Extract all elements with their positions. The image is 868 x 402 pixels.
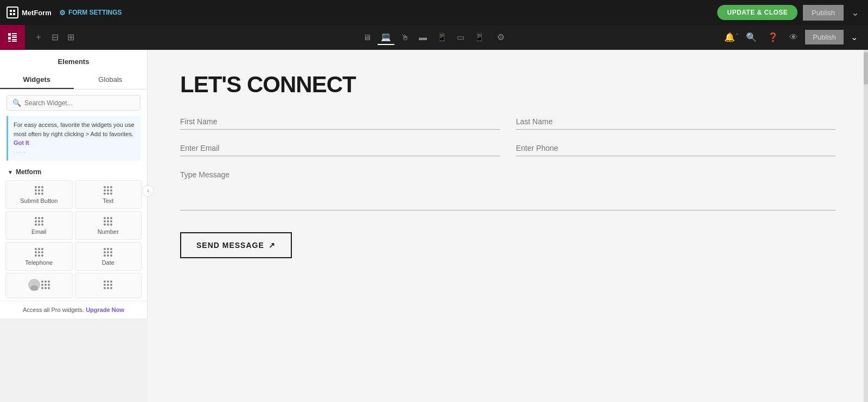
svg-rect-6 bbox=[12, 35, 17, 36]
add-section-icon[interactable]: ＋ bbox=[30, 29, 47, 46]
device-tablet-wide[interactable]: ▬ bbox=[416, 30, 430, 44]
got-it-link[interactable]: Got It bbox=[14, 139, 29, 146]
form-field-phone bbox=[516, 141, 835, 156]
sidebar-tabs: Widgets Globals bbox=[0, 71, 147, 90]
tip-text: For easy access, favorite the widgets yo… bbox=[14, 122, 135, 137]
form-settings-label: FORM SETTINGS bbox=[68, 9, 122, 16]
device-widescreen[interactable]: 🖥 bbox=[360, 30, 374, 44]
form-row-name bbox=[180, 114, 835, 130]
tab-globals[interactable]: Globals bbox=[74, 71, 148, 89]
footer-text: Access all Pro widgets. bbox=[23, 307, 84, 313]
second-bar-left-icons: ＋ ⊟ ⊞ bbox=[25, 29, 84, 46]
upgrade-now-link[interactable]: Upgrade Now bbox=[86, 307, 124, 313]
chevron-down-icon: ▼ bbox=[8, 169, 13, 175]
widget-number[interactable]: Number bbox=[75, 211, 142, 240]
widget-label-text: Text bbox=[103, 197, 113, 204]
device-desktop[interactable]: 💻 bbox=[378, 30, 394, 45]
widget-icon-submit bbox=[35, 186, 43, 195]
layers-icon[interactable]: ⊞ bbox=[63, 29, 78, 45]
metform-logo: MetForm bbox=[7, 7, 52, 18]
publish-button-2[interactable]: Publish bbox=[805, 30, 844, 44]
widget-label-date: Date bbox=[102, 259, 114, 266]
eye-icon[interactable]: 👁 bbox=[786, 30, 802, 45]
widget-extra1[interactable] bbox=[5, 273, 73, 298]
first-name-input[interactable] bbox=[180, 114, 500, 130]
widget-telephone[interactable]: Telephone bbox=[5, 242, 73, 271]
widget-icon-telephone bbox=[35, 248, 43, 257]
form-title: LET'S CONNECT bbox=[180, 72, 835, 98]
publish-button[interactable]: Publish bbox=[803, 5, 844, 21]
device-mobile[interactable]: 📱 bbox=[471, 30, 488, 44]
settings-icon[interactable]: ⚙ bbox=[493, 29, 508, 45]
top-bar-left: MetForm ⚙ FORM SETTINGS bbox=[7, 7, 122, 18]
tab-widgets[interactable]: Widgets bbox=[0, 71, 74, 89]
widget-icon-extra1 bbox=[28, 279, 50, 291]
widget-icon-extra1-dots bbox=[41, 280, 50, 289]
sidebar-title: Elements bbox=[0, 50, 147, 66]
elementor-logo-button[interactable] bbox=[0, 25, 25, 50]
form-section: SEND MESSAGE ↗ bbox=[180, 114, 835, 258]
device-toolbar: 🖥 💻 🖱 ▬ 📱 ▭ 📱 ⚙ bbox=[360, 29, 508, 45]
widget-icon-number bbox=[104, 217, 112, 226]
widget-icon-extra2 bbox=[104, 280, 112, 289]
form-field-last-name bbox=[516, 114, 835, 130]
help-icon[interactable]: ❓ bbox=[764, 29, 782, 45]
message-textarea[interactable] bbox=[180, 167, 835, 210]
device-tablet[interactable]: 📱 bbox=[433, 30, 450, 44]
svg-rect-2 bbox=[10, 13, 12, 15]
form-row-message bbox=[180, 167, 835, 210]
widget-submit-button[interactable]: Submit Button bbox=[5, 180, 73, 209]
widget-icon-date bbox=[104, 248, 112, 257]
metform-label: MetForm bbox=[22, 9, 52, 17]
section-title: Metform bbox=[16, 168, 41, 176]
sidebar-collapse-button[interactable]: ‹ bbox=[142, 185, 154, 197]
metform-logo-icon bbox=[7, 7, 18, 18]
gear-icon: ⚙ bbox=[59, 9, 66, 17]
canvas-area: LET'S CONNECT bbox=[148, 50, 868, 402]
send-label: SEND MESSAGE bbox=[196, 241, 264, 250]
notifications-icon[interactable]: 🔔• bbox=[720, 29, 739, 45]
svg-rect-4 bbox=[8, 33, 11, 36]
widget-email[interactable]: Email bbox=[5, 211, 73, 240]
arrow-icon: ↗ bbox=[269, 241, 276, 250]
scrollbar-thumb[interactable] bbox=[864, 52, 868, 85]
metform-section-label[interactable]: ▼ Metform bbox=[0, 164, 147, 178]
send-message-button[interactable]: SEND MESSAGE ↗ bbox=[180, 232, 292, 258]
widget-label-telephone: Telephone bbox=[25, 259, 53, 266]
last-name-input[interactable] bbox=[516, 114, 835, 130]
update-close-button[interactable]: UPDATE & CLOSE bbox=[717, 5, 797, 20]
expand-button[interactable]: ⌄ bbox=[849, 4, 861, 21]
form-field-first-name bbox=[180, 114, 500, 130]
widget-icon-text bbox=[104, 186, 112, 195]
widget-text[interactable]: Text bbox=[75, 180, 142, 209]
email-input[interactable] bbox=[180, 141, 500, 156]
scrollbar[interactable] bbox=[864, 50, 868, 402]
form-canvas: LET'S CONNECT bbox=[148, 50, 868, 402]
widget-label-email: Email bbox=[31, 228, 47, 235]
widget-extra2[interactable] bbox=[75, 273, 142, 298]
widget-grid: Submit Button Text Ema bbox=[0, 178, 147, 301]
search-icon[interactable]: 🔍 bbox=[742, 29, 761, 45]
device-mobile-wide[interactable]: ▭ bbox=[454, 30, 468, 44]
svg-rect-8 bbox=[12, 37, 17, 38]
widget-label-number: Number bbox=[98, 228, 119, 235]
top-bar: MetForm ⚙ FORM SETTINGS UPDATE & CLOSE P… bbox=[0, 0, 868, 25]
form-row-contact bbox=[180, 141, 835, 156]
search-box: 🔍 bbox=[7, 95, 141, 111]
svg-rect-5 bbox=[12, 33, 17, 34]
sidebar-wrapper: Elements Widgets Globals 🔍 For easy acce… bbox=[0, 50, 148, 402]
svg-rect-0 bbox=[10, 10, 12, 12]
widget-date[interactable]: Date bbox=[75, 242, 142, 271]
form-settings-button[interactable]: ⚙ FORM SETTINGS bbox=[59, 9, 122, 17]
svg-rect-3 bbox=[13, 13, 15, 15]
device-laptop[interactable]: 🖱 bbox=[398, 30, 412, 44]
sidebar-footer: Access all Pro widgets. Upgrade Now bbox=[0, 301, 147, 318]
second-bar-right-icons: 🔔• 🔍 ❓ 👁 Publish ⌄ bbox=[720, 29, 868, 45]
search-input[interactable] bbox=[24, 99, 135, 107]
chevron-down-icon[interactable]: ⌄ bbox=[847, 29, 861, 45]
filter-icon[interactable]: ⊟ bbox=[48, 29, 62, 45]
svg-rect-11 bbox=[12, 41, 17, 42]
tip-box: For easy access, favorite the widgets yo… bbox=[7, 116, 141, 161]
phone-input[interactable] bbox=[516, 141, 835, 156]
svg-rect-10 bbox=[8, 41, 11, 42]
